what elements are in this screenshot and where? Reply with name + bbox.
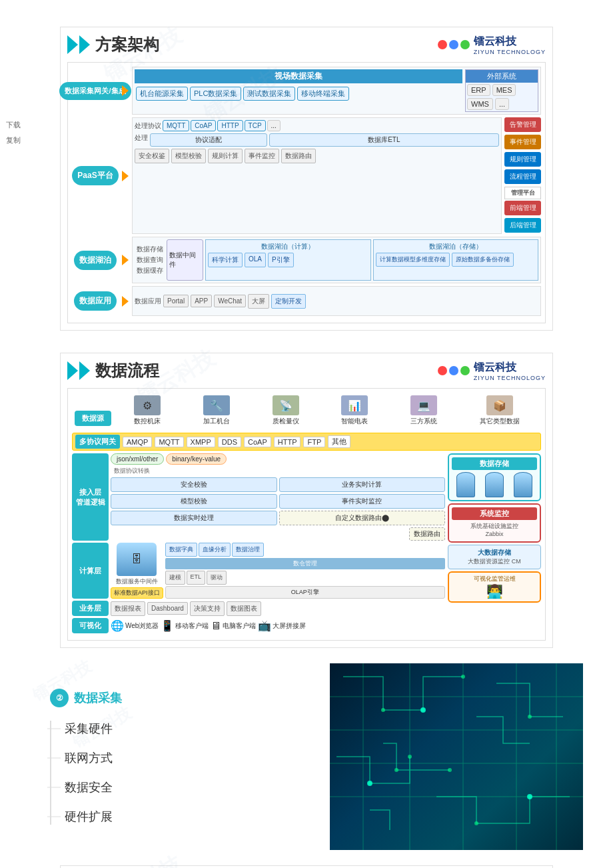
proto-amqp: AMQP xyxy=(123,437,152,447)
paas-processing-row: 处理 协议适配 数据库ETL xyxy=(135,133,499,147)
lake-label-query: 数据查询 xyxy=(137,255,163,265)
compute-ops-row1: 数据字典 血缘分析 数据治理 xyxy=(165,543,445,557)
access-formats: json/xml/other binary/key-value xyxy=(111,453,445,465)
paas-content: 处理协议 MQTT CoAP HTTP TCP ... 处理 协议适配 数据库E… xyxy=(132,117,502,234)
compute-ola: OLA xyxy=(245,253,266,267)
access-label-text: 接入层管道逻辑 xyxy=(76,487,105,507)
cyl3 xyxy=(514,472,532,497)
cnc-icon: ⚙ xyxy=(134,395,161,415)
biz-chart: 数据图表 xyxy=(227,601,261,616)
big-data-label: 大数据存储 xyxy=(451,548,538,557)
storage-cylinders xyxy=(452,472,537,497)
lake-middleware: 数据中间件 xyxy=(167,239,203,281)
proto-http: HTTP xyxy=(217,120,243,131)
lake-compute-label: 数据湖泊（计算） xyxy=(208,242,368,251)
section1-wrapper: 镭云科技 镭云科技 方案架构 镭云科技 ZIYUN TECHNOLOG xyxy=(0,0,613,343)
app-content: 数据应用 Portal APP WeChat 大屏 定制开发 xyxy=(132,286,541,316)
ops-icon: 👨‍💻 xyxy=(451,583,538,599)
chip-mobile: 移动终端采集 xyxy=(297,87,349,101)
compute-ops: 数据字典 血缘分析 数据治理 数仓管理 建模 ETL 驱动 xyxy=(165,543,445,599)
paas-arrow xyxy=(119,117,132,234)
visual-web: 🌐 Web浏览器 xyxy=(111,619,159,632)
access-label: 接入层管道逻辑 xyxy=(72,453,109,541)
compute-model: 建模 xyxy=(165,571,185,585)
api-label: 标准数据API接口 xyxy=(111,587,163,599)
proto-http2: HTTP xyxy=(274,437,301,447)
big-data-storage: 大数据存储 大数据资源监控 CM xyxy=(448,545,541,569)
arrow3 xyxy=(67,361,78,380)
proc-db-etl: 数据库ETL xyxy=(269,133,499,147)
section1-title-text: 方案架构 xyxy=(95,34,159,55)
section1: 方案架构 镭云科技 ZIYUN TECHNOLOGY xyxy=(60,27,553,331)
source-machining: 🔧 加工机台 xyxy=(203,395,230,426)
right-manage-platform: 管理平台 xyxy=(504,187,541,199)
logo2-circle-blue xyxy=(449,366,458,375)
svg-point-12 xyxy=(528,715,532,719)
section2: 数据流程 镭云科技 ZIYUN TECHNOLOGY 数据源 xyxy=(60,353,553,648)
business-row: 业务层 数据报表 Dashboard 决策支持 数据图表 xyxy=(72,601,445,616)
item-connector-3 xyxy=(47,787,61,788)
paas-right-panel: 告警管理 事件管理 规则管理 流程管理 管理平台 前端管理 后端管理 xyxy=(504,117,541,234)
lake-label-cell: 数据湖泊 xyxy=(72,237,119,283)
collection-content: 视场数据采集 机台能源采集 PLC数据采集 测试数据采集 移动终端采集 外部系统… xyxy=(132,67,541,115)
right-back: 后端管理 xyxy=(504,218,541,233)
item-security: 数据安全 xyxy=(65,779,113,795)
collection-items-area: 采集硬件 联网方式 数据安全 硬件扩展 xyxy=(50,721,113,825)
lake-compute-box: 数据湖泊（计算） 科学计算 OLA P引擎 xyxy=(205,239,371,281)
lake-content: 数据存储 数据查询 数据缓存 数据中间件 数据湖泊（计算） 科学计算 OLA xyxy=(132,237,541,283)
paas-process-items: 协议适配 数据库ETL xyxy=(150,133,499,147)
item-hardware: 采集硬件 xyxy=(65,721,113,737)
logo-main-text: 镭云科技 xyxy=(474,35,546,49)
access-business-compute: 业务实时计算 xyxy=(279,477,446,492)
source-other: 📦 其它类型数据 xyxy=(480,395,520,426)
compute-ops-row2: 建模 ETL 驱动 xyxy=(165,571,445,585)
lake-arrow xyxy=(119,237,132,283)
app-right-arrow xyxy=(122,296,129,307)
arch-diagram: 数据采集网关/集成 视场数据采集 机台能源采集 PLC数据采集 测试数据采集 移… xyxy=(67,62,546,323)
proto-ftp: FTP xyxy=(303,437,325,447)
proto-tcp: TCP xyxy=(245,120,266,131)
access-security: 安全校验 xyxy=(111,477,277,492)
section3-right xyxy=(330,663,583,850)
business-content: 数据报表 Dashboard 决策支持 数据图表 xyxy=(111,601,445,616)
visual-pc: 🖥 电脑客户端 xyxy=(211,620,256,632)
section2-wrapper: 镭云科技 数据流程 镭云科技 ZIYUN TECHNOLOGY xyxy=(0,343,613,660)
paas-label-text: PaaS平台 xyxy=(77,170,113,181)
lake-store-box: 数据湖泊（存储） 计算数据模型多维度存储 原始数据多备份存储 xyxy=(373,239,539,281)
paas-label-cell: PaaS平台 xyxy=(72,117,119,234)
right-alert: 告警管理 xyxy=(504,117,541,132)
compute-etl: ETL xyxy=(187,571,206,585)
sys-monitor-box: 系统监控 系统基础设施监控Zabbix xyxy=(448,503,541,543)
cylinder3 xyxy=(514,472,532,497)
svg-point-9 xyxy=(381,708,385,712)
protocol-row: 多协议网关 AMQP MQTT XMPP DDS CoAP HTTP FTP 其… xyxy=(72,433,541,451)
store-compute-model: 计算数据模型多维度存储 xyxy=(376,253,450,267)
flow-diagram: 数据源 ⚙ 数控机床 🔧 加工机台 📡 质检量仪 📊 xyxy=(67,388,546,641)
vertical-line xyxy=(50,721,51,825)
app-bigscreen: 大屏 xyxy=(248,294,269,309)
main-flow-area: 接入层管道逻辑 json/xml/other binary/key-value … xyxy=(72,453,541,633)
visual-label-text: 可视化 xyxy=(79,621,101,631)
app-portal: Portal xyxy=(163,295,189,307)
app-content-label: 数据应用 xyxy=(135,297,161,306)
lake-store-label: 数据湖泊（存储） xyxy=(376,242,536,251)
visual-row: 可视化 🌐 Web浏览器 📱 移动客户端 xyxy=(72,618,445,633)
source-items: ⚙ 数控机床 🔧 加工机台 📡 质检量仪 📊 智能电表 xyxy=(115,395,538,426)
sys-monitor-zabbix: 系统基础设施监控Zabbix xyxy=(452,522,537,537)
section3-left: 镭云科技 镭云科技 ② 数据采集 采集硬件 联网方式 xyxy=(30,663,330,850)
logo-circles xyxy=(438,40,470,49)
access-route: 数据路由 xyxy=(111,527,445,541)
compute-content: 🗄 数据服务中间件 标准数据API接口 数据字典 血缘分析 数据治理 xyxy=(111,543,445,599)
svg-point-19 xyxy=(420,707,426,713)
compute-main-area: 🗄 数据服务中间件 标准数据API接口 数据字典 血缘分析 数据治理 xyxy=(111,543,445,599)
storage-header: 数据存储 xyxy=(452,457,537,470)
web-icon: 🌐 xyxy=(111,619,124,632)
compute-driver: 驱动 xyxy=(207,571,227,585)
logo2-sub-text: ZIYUN TECHNOLOGY xyxy=(474,375,546,381)
cyl1 xyxy=(456,472,475,497)
svg-point-18 xyxy=(448,768,452,772)
paas-sub-route: 数据路由 xyxy=(281,149,316,163)
biz-decision: 决策支持 xyxy=(190,601,225,616)
lake-label-store: 数据存储 xyxy=(137,245,163,254)
collection-label-text: 数据采集网关/集成 xyxy=(65,86,125,96)
